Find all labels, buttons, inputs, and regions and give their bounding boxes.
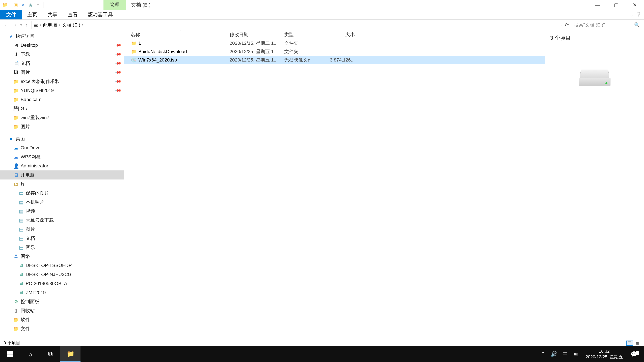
file-row[interactable]: 📁12020/12/15, 星期二 1...文件夹 xyxy=(124,39,545,47)
chevron-right-icon[interactable]: › xyxy=(40,22,41,28)
qat-new-folder-icon[interactable]: ◉ xyxy=(28,2,34,8)
minimize-button[interactable]: — xyxy=(588,0,607,10)
nav-library-item[interactable]: ▤保存的图片 xyxy=(0,189,124,198)
start-button[interactable] xyxy=(0,346,20,362)
ribbon-tab-home[interactable]: 主页 xyxy=(22,10,42,19)
ribbon-tab-drive-tools[interactable]: 驱动器工具 xyxy=(83,10,118,19)
nav-quick-access-item[interactable]: 📄文档📌 xyxy=(0,59,124,68)
item-icon: 📁 xyxy=(13,97,19,102)
file-rows: 📁12020/12/15, 星期二 1...文件夹📁BaiduNetdiskDo… xyxy=(124,39,545,340)
nav-item-label: ZMT2019 xyxy=(26,290,46,295)
ribbon-tab-share[interactable]: 共享 xyxy=(42,10,62,19)
nav-library-item[interactable]: ▤视频 xyxy=(0,207,124,216)
file-row[interactable]: 📁BaiduNetdiskDownload2020/12/25, 星期五 1..… xyxy=(124,47,545,56)
volume-icon[interactable]: 🔊 xyxy=(548,351,560,357)
file-name: BaiduNetdiskDownload xyxy=(138,49,230,54)
qat-customize-chevron-icon[interactable]: ▾ xyxy=(35,2,41,8)
chevron-right-icon[interactable]: › xyxy=(82,22,84,28)
nav-library-item[interactable]: ▤天翼云盘下载 xyxy=(0,216,124,225)
nav-network[interactable]: 🖧网络 xyxy=(0,252,124,261)
address-history-chevron-icon[interactable]: ⌄ xyxy=(560,23,563,27)
taskbar-explorer[interactable]: 📁 xyxy=(60,346,80,362)
nav-quick-access-item[interactable]: 📁excel表格制作求和📌 xyxy=(0,77,124,86)
qat-close-icon[interactable]: ✕ xyxy=(20,2,26,8)
nav-docs[interactable]: 📁文件 xyxy=(0,324,124,333)
column-header-size[interactable]: 大小 xyxy=(330,31,358,38)
nav-this-pc[interactable]: 🖥此电脑 xyxy=(0,170,124,179)
refresh-icon[interactable]: ⟳ xyxy=(565,22,569,28)
file-row[interactable]: 💿Win7x64_2020.iso2020/12/25, 星期五 1...光盘映… xyxy=(124,56,545,64)
nav-wps[interactable]: ☁WPS网盘 xyxy=(0,152,124,161)
breadcrumb-drive[interactable]: 文档 (E:) xyxy=(62,22,80,28)
tray-app-icon[interactable]: ✉ xyxy=(571,351,582,357)
nav-quick-access-item[interactable]: 🖥Desktop📌 xyxy=(0,41,124,50)
nav-quick-access-item[interactable]: ⬇下载📌 xyxy=(0,50,124,59)
folder-icon: 📁 xyxy=(13,326,19,332)
help-icon[interactable]: ❔ xyxy=(636,12,642,17)
view-large-icons-button[interactable]: ▦ xyxy=(634,341,640,346)
ribbon-expand-chevron-icon[interactable]: ⌵ xyxy=(630,12,633,17)
clock-time: 16:32 xyxy=(599,349,610,354)
nav-quick-access[interactable]: ★快速访问 xyxy=(0,32,124,41)
search-icon[interactable]: 🔍 xyxy=(634,22,640,28)
qat-properties-icon[interactable]: ▣ xyxy=(13,2,19,8)
column-header-name[interactable]: ˄名称 xyxy=(131,31,230,38)
disc-image-icon: 💿 xyxy=(131,57,137,63)
library-item-icon: ▤ xyxy=(18,245,24,250)
nav-onedrive[interactable]: ☁OneDrive xyxy=(0,143,124,152)
action-center-icon[interactable]: 💬3 xyxy=(626,351,642,358)
nav-quick-access-item[interactable]: 📁Bandicam xyxy=(0,95,124,104)
nav-recycle-bin[interactable]: 🗑回收站 xyxy=(0,306,124,315)
nav-quick-access-item[interactable]: 📁win7重装win7 xyxy=(0,113,124,122)
nav-control-panel[interactable]: ⚙控制面板 xyxy=(0,297,124,306)
nav-administrator[interactable]: 👤Administrator xyxy=(0,161,124,170)
explorer-window: 📁 ▣ ✕ ◉ ▾ 管理 文档 (E:) — ▢ ✕ 文件 主页 共享 查看 驱… xyxy=(0,0,644,346)
nav-soft[interactable]: 📁软件 xyxy=(0,315,124,324)
nav-network-item[interactable]: 🖥DESKTOP-LSSOEDP xyxy=(0,261,124,270)
nav-library-item[interactable]: ▤本机照片 xyxy=(0,198,124,207)
nav-quick-access-item[interactable]: 🖼图片📌 xyxy=(0,68,124,77)
status-item-count: 3 个项目 xyxy=(4,340,20,346)
nav-quick-access-item[interactable]: 📁图片 xyxy=(0,122,124,131)
nav-libraries[interactable]: 🗂库 xyxy=(0,179,124,189)
ribbon-tab-view[interactable]: 查看 xyxy=(62,10,83,19)
close-button[interactable]: ✕ xyxy=(626,0,644,10)
column-header-date[interactable]: 修改日期 xyxy=(230,31,284,38)
ime-indicator[interactable]: 中 xyxy=(560,351,571,358)
forward-button[interactable]: → xyxy=(12,22,17,28)
nav-library-item[interactable]: ▤图片 xyxy=(0,225,124,234)
chevron-right-icon[interactable]: › xyxy=(59,22,60,28)
library-item-icon: ▤ xyxy=(18,236,24,241)
nav-network-item[interactable]: 🖥PC-20190530OBLA xyxy=(0,279,124,288)
nav-library-item[interactable]: ▤音乐 xyxy=(0,243,124,252)
maximize-button[interactable]: ▢ xyxy=(607,0,626,10)
library-item-icon: ▤ xyxy=(18,218,24,223)
view-details-button[interactable]: ☰ xyxy=(626,341,633,346)
up-button[interactable]: ↑ xyxy=(25,22,28,28)
nav-library-item[interactable]: ▤文档 xyxy=(0,234,124,243)
nav-network-item[interactable]: 🖥ZMT2019 xyxy=(0,288,124,297)
ribbon-tab-file[interactable]: 文件 xyxy=(0,10,22,19)
control-panel-icon: ⚙ xyxy=(13,299,19,305)
back-button[interactable]: ← xyxy=(4,22,9,28)
task-view-button[interactable]: ⧉ xyxy=(40,346,60,362)
nav-network-item[interactable]: 🖥DESKTOP-NJEU3CG xyxy=(0,270,124,279)
taskbar-clock[interactable]: 16:32 2020/12/25, 星期五 xyxy=(582,349,626,360)
recent-locations-chevron-icon[interactable]: ▾ xyxy=(20,23,22,27)
breadcrumb-this-pc[interactable]: 此电脑 xyxy=(43,22,57,28)
nav-quick-access-item[interactable]: 💾G:\ xyxy=(0,104,124,113)
address-bar[interactable]: 🖴 › 此电脑 › 文档 (E:) › xyxy=(32,21,557,29)
item-icon: ⬇ xyxy=(13,52,19,57)
taskbar-search-icon[interactable]: ⌕ xyxy=(20,346,40,362)
search-box[interactable]: 搜索"文档 (E:)" 🔍 xyxy=(572,21,642,29)
column-header-type[interactable]: 类型 xyxy=(284,31,330,38)
nav-desktop-root[interactable]: ■桌面 xyxy=(0,134,124,143)
navigation-pane[interactable]: ★快速访问 🖥Desktop📌⬇下载📌📄文档📌🖼图片📌📁excel表格制作求和📌… xyxy=(0,30,124,340)
ribbon-context-tab[interactable]: 管理 xyxy=(104,0,126,10)
item-icon: 📁 xyxy=(13,124,19,130)
user-icon: 👤 xyxy=(13,163,19,169)
tray-overflow-chevron-icon[interactable]: ˄ xyxy=(538,351,548,357)
explorer-body: ★快速访问 🖥Desktop📌⬇下载📌📄文档📌🖼图片📌📁excel表格制作求和📌… xyxy=(0,30,644,340)
nav-quick-access-item[interactable]: 📁YUNQISHI2019📌 xyxy=(0,86,124,95)
nav-buttons: ← → ▾ ↑ xyxy=(2,22,30,28)
